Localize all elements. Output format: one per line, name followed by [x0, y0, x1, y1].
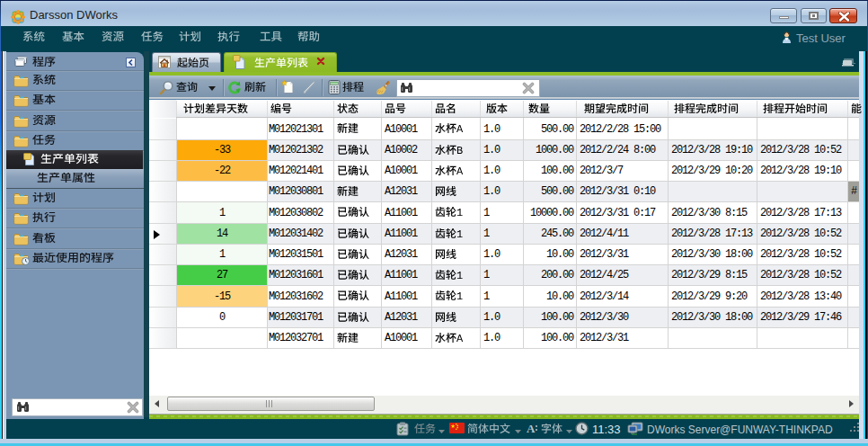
svg-text:A: A	[527, 423, 536, 434]
